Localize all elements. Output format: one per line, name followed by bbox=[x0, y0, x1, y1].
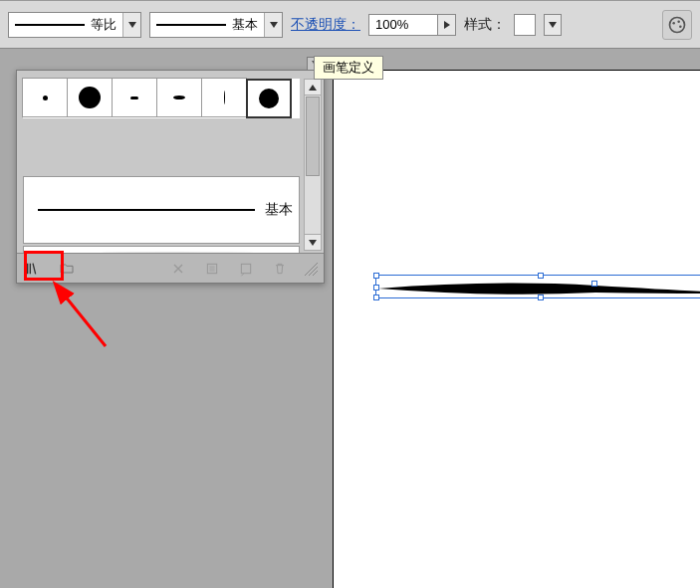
document-canvas[interactable] bbox=[333, 70, 700, 588]
opacity-dropdown-arrow[interactable] bbox=[438, 14, 456, 36]
brush-libraries-menu-icon[interactable] bbox=[23, 259, 43, 279]
selection-bounding-box[interactable] bbox=[375, 275, 700, 298]
brush-swatch-selected[interactable] bbox=[246, 79, 292, 118]
style-dropdown-arrow[interactable] bbox=[544, 14, 562, 36]
options-bar: 等比 基本 不透明度： 样式： bbox=[0, 0, 700, 49]
opacity-input[interactable] bbox=[368, 14, 438, 36]
stroke-preview-label: 基本 bbox=[265, 201, 293, 219]
brush-def-dropdown-arrow[interactable] bbox=[264, 13, 282, 37]
width-profile-combo[interactable]: 等比 bbox=[8, 12, 141, 38]
brush-swatch[interactable] bbox=[67, 78, 113, 117]
opacity-label[interactable]: 不透明度： bbox=[291, 16, 360, 34]
bbox-handle[interactable] bbox=[538, 273, 544, 279]
svg-rect-5 bbox=[241, 264, 250, 273]
bbox-handle[interactable] bbox=[373, 273, 379, 279]
brush-swatch[interactable] bbox=[22, 78, 68, 117]
brush-def-preview-line bbox=[156, 24, 226, 26]
width-profile-dropdown-arrow[interactable] bbox=[122, 13, 140, 37]
brush-swatch[interactable] bbox=[156, 78, 202, 117]
brush-def-label: 基本 bbox=[232, 16, 258, 34]
new-brush-icon[interactable] bbox=[236, 259, 256, 279]
brushes-panel: 基本 6.00 bbox=[16, 70, 325, 284]
bbox-handle[interactable] bbox=[373, 294, 379, 300]
brush-swatch[interactable] bbox=[201, 78, 247, 117]
scroll-up-button[interactable] bbox=[305, 80, 321, 96]
bbox-handle[interactable] bbox=[538, 294, 544, 300]
svg-point-2 bbox=[677, 20, 680, 23]
svg-point-3 bbox=[679, 25, 682, 28]
scroll-thumb[interactable] bbox=[306, 97, 320, 176]
brush-definition-combo[interactable]: 基本 bbox=[149, 12, 283, 38]
width-profile-label: 等比 bbox=[91, 16, 117, 34]
style-swatch[interactable] bbox=[514, 14, 536, 36]
panel-footer bbox=[17, 253, 324, 283]
brush-swatch[interactable] bbox=[112, 78, 157, 117]
brush-swatch-grid bbox=[23, 79, 300, 118]
anchor-point[interactable] bbox=[591, 281, 597, 287]
remove-brush-stroke-icon[interactable] bbox=[168, 259, 188, 279]
stroke-preview-line bbox=[38, 209, 255, 211]
svg-point-1 bbox=[672, 22, 675, 24]
scroll-down-button[interactable] bbox=[305, 234, 321, 250]
tooltip-brush-definition: 画笔定义 bbox=[314, 56, 383, 80]
panel-resize-grip[interactable] bbox=[304, 262, 318, 276]
anchor-point[interactable] bbox=[373, 285, 379, 291]
options-of-selected-icon[interactable] bbox=[202, 259, 222, 279]
panel-scrollbar[interactable] bbox=[304, 79, 322, 251]
style-label: 样式： bbox=[464, 16, 506, 34]
libraries-panel-icon[interactable] bbox=[57, 259, 77, 279]
brush-stroke-preview-basic[interactable]: 基本 bbox=[23, 176, 300, 244]
width-profile-preview-line bbox=[15, 24, 85, 26]
delete-brush-icon[interactable] bbox=[270, 259, 290, 279]
draw-palette-icon[interactable] bbox=[662, 10, 692, 40]
opacity-field bbox=[368, 14, 456, 36]
svg-point-0 bbox=[670, 17, 685, 32]
